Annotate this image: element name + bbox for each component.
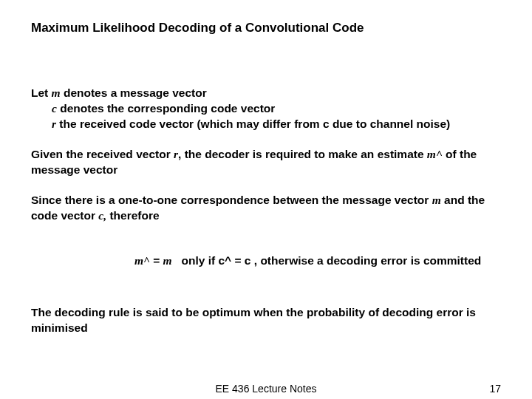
indent-row: c denotes the corresponding code vector [31, 102, 275, 115]
text: Given the received vector [31, 148, 174, 160]
text: Let [31, 86, 52, 99]
text: Since there is a one-to-one corresponden… [31, 194, 432, 206]
text: therefore [106, 209, 160, 222]
slide-title: Maximum Likelihood Decoding of a Convolu… [31, 21, 501, 35]
var-c-hat: c^ [219, 254, 232, 267]
var-m: m [52, 86, 61, 99]
var-m: m [163, 254, 172, 267]
var-m-hat: m^ [134, 254, 150, 267]
text: denotes the corresponding code vector [57, 102, 275, 115]
paragraph-correspondence: Since there is a one-to-one corresponden… [31, 193, 501, 224]
definitions-block: Let m denotes a message vector c denotes… [31, 86, 501, 132]
var-c: c, [98, 209, 106, 222]
paragraph-optimum: The decoding rule is said to be optimum … [31, 305, 501, 336]
var-m: m [432, 194, 441, 206]
var-m-hat: m^ [427, 148, 443, 160]
text: , otherwise a decoding error is committe… [250, 254, 481, 267]
equation-line: m^ = m only if c^ = c , otherwise a deco… [31, 238, 501, 284]
footer-course: EE 436 Lecture Notes [216, 383, 317, 395]
paragraph-estimate: Given the received vector r, the decoder… [31, 147, 501, 178]
page-number: 17 [489, 383, 501, 395]
text: , the decoder is required to make an est… [178, 148, 427, 160]
var-c: c [52, 102, 57, 115]
slide-content: Maximum Likelihood Decoding of a Convolu… [0, 0, 532, 336]
text: the received code vector (which may diff… [56, 117, 450, 130]
text: denotes a message vector [61, 86, 207, 99]
text: = [231, 254, 245, 267]
indent-row: r the received code vector (which may di… [31, 117, 450, 130]
text: only if [172, 254, 219, 267]
text: = [150, 254, 163, 267]
